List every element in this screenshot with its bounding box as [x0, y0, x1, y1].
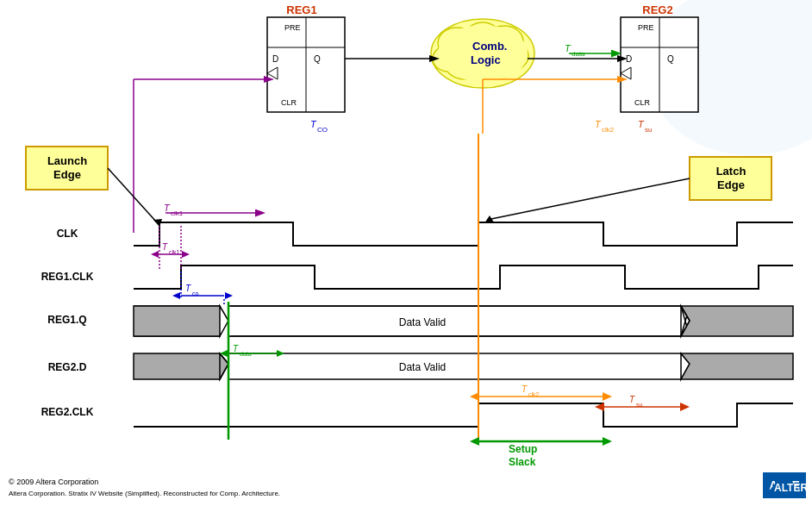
svg-text:REG2: REG2	[642, 3, 672, 16]
svg-text:clk1: clk1	[169, 249, 180, 255]
svg-text:Q: Q	[314, 54, 321, 64]
svg-text:Logic: Logic	[471, 53, 501, 66]
svg-marker-93	[681, 306, 793, 336]
svg-text:D: D	[272, 54, 278, 64]
svg-text:Launch: Launch	[47, 154, 87, 167]
svg-text:T: T	[522, 384, 528, 394]
svg-text:CLK: CLK	[57, 228, 78, 240]
svg-text:REG2.CLK: REG2.CLK	[41, 406, 94, 418]
svg-text:REG1: REG1	[286, 3, 316, 16]
svg-text:Slack: Slack	[509, 456, 536, 468]
svg-rect-80	[228, 306, 681, 336]
svg-text:CO: CO	[317, 126, 328, 134]
svg-text:REG1.Q: REG1.Q	[47, 314, 86, 326]
svg-text:PRE: PRE	[284, 23, 301, 32]
svg-text:T: T	[162, 242, 168, 252]
svg-text:su: su	[645, 126, 652, 134]
svg-text:Data Valid: Data Valid	[399, 361, 446, 373]
svg-marker-92	[134, 306, 228, 336]
svg-text:Q: Q	[667, 54, 674, 64]
svg-marker-113	[681, 353, 793, 379]
svg-text:Setup: Setup	[509, 443, 537, 455]
svg-text:Comb.: Comb.	[472, 40, 507, 53]
svg-text:Data Valid: Data Valid	[399, 316, 446, 328]
svg-text:D: D	[626, 54, 632, 64]
svg-text:Edge: Edge	[53, 168, 81, 181]
svg-text:T: T	[629, 395, 635, 404]
svg-text:Edge: Edge	[717, 178, 745, 191]
svg-text:PRE: PRE	[638, 23, 654, 32]
svg-text:REG2.D: REG2.D	[48, 361, 87, 373]
svg-text:CLR: CLR	[634, 98, 651, 107]
svg-text:© 2009 Altera Corporation: © 2009 Altera Corporation	[9, 478, 98, 486]
timing-diagram: REG1 PRE D Q CLR REG2 PRE D Q CLR Comb. …	[0, 0, 812, 506]
svg-text:CLR: CLR	[281, 98, 297, 107]
svg-text:su: su	[636, 402, 643, 408]
svg-text:co: co	[192, 290, 199, 297]
svg-text:Latch: Latch	[716, 165, 746, 178]
svg-text:REG1.CLK: REG1.CLK	[41, 271, 94, 283]
svg-text:T: T	[185, 284, 191, 293]
svg-text:ALTERA: ALTERA	[774, 482, 812, 494]
svg-marker-108	[134, 353, 228, 379]
main-container: REG1 PRE D Q CLR REG2 PRE D Q CLR Comb. …	[0, 0, 812, 506]
svg-text:Altera Corporation. Stratix IV: Altera Corporation. Stratix IV Website (…	[9, 490, 280, 497]
svg-text:clk2: clk2	[528, 391, 540, 397]
svg-text:T: T	[233, 344, 239, 353]
svg-text:clk2: clk2	[602, 126, 615, 134]
